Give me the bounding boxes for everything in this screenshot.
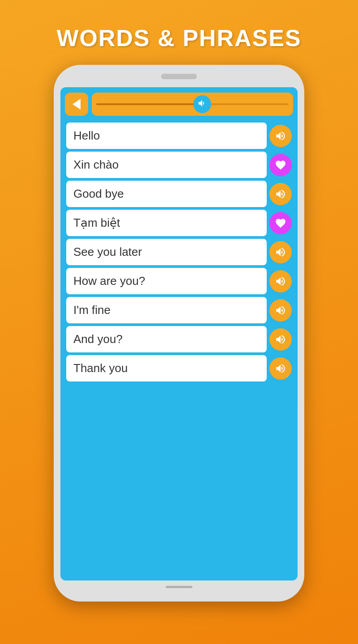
phrase-text-9[interactable]: Thank you	[66, 355, 267, 381]
phrase-text-1[interactable]: Hello	[66, 123, 267, 149]
page-title: WORDS & PHRASES	[56, 25, 301, 51]
slider-thumb[interactable]	[193, 95, 211, 113]
audio-bar	[65, 92, 293, 117]
volume-icon	[197, 98, 207, 110]
audio-button-8[interactable]	[269, 328, 292, 351]
phrase-row-8: And you?	[65, 325, 293, 354]
phrase-text-4[interactable]: Tạm biệt	[66, 210, 267, 236]
phrase-text-5[interactable]: See you later	[66, 239, 267, 265]
slider-fill	[96, 103, 202, 105]
audio-button-6[interactable]	[269, 270, 292, 292]
audio-button-7[interactable]	[269, 299, 292, 322]
slider-track	[96, 103, 289, 105]
phrase-row-5: See you later	[65, 237, 293, 267]
audio-button-3[interactable]	[269, 183, 292, 205]
phrase-text-7[interactable]: I'm fine	[66, 297, 267, 323]
home-indicator	[166, 586, 192, 588]
audio-button-9[interactable]	[269, 357, 292, 380]
phrase-row-6: How are you?	[65, 267, 293, 296]
phrase-row-2: Xin chào	[65, 150, 293, 179]
phrase-row-7: I'm fine	[65, 296, 293, 325]
phrase-row-3: Good bye	[65, 179, 293, 208]
audio-button-1[interactable]	[269, 125, 292, 147]
phrase-row-4: Tạm biệt	[65, 208, 293, 237]
audio-slider-container[interactable]	[92, 93, 293, 116]
phone-speaker	[161, 74, 197, 79]
phone-frame: HelloXin chàoGood byeTạm biệtSee you lat…	[54, 65, 304, 602]
heart-button-2[interactable]	[269, 154, 292, 176]
phrase-row-1: Hello	[65, 121, 293, 150]
phrase-text-3[interactable]: Good bye	[66, 181, 267, 207]
phrase-text-8[interactable]: And you?	[66, 326, 267, 352]
back-button[interactable]	[65, 93, 88, 116]
phrase-text-2[interactable]: Xin chào	[66, 152, 267, 178]
phone-screen: HelloXin chàoGood byeTạm biệtSee you lat…	[60, 87, 298, 580]
audio-button-5[interactable]	[269, 241, 292, 263]
phrase-row-9: Thank you	[65, 354, 293, 383]
heart-button-4[interactable]	[269, 212, 292, 234]
phrases-list: HelloXin chàoGood byeTạm biệtSee you lat…	[65, 121, 293, 383]
phrase-text-6[interactable]: How are you?	[66, 268, 267, 294]
